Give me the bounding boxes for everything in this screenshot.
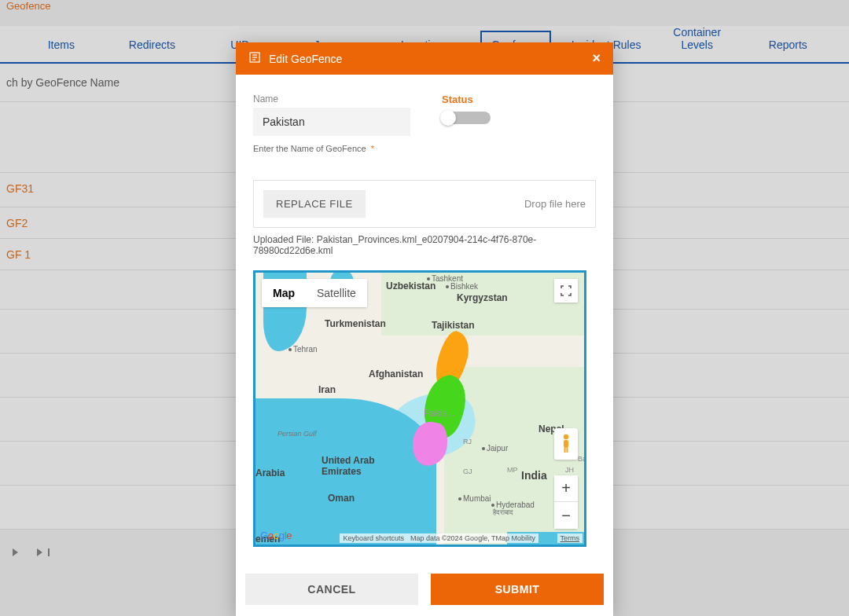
drop-hint: Drop file here — [366, 198, 586, 210]
map-data-attribution: Map data ©2024 Google, TMap Mobility — [407, 534, 538, 543]
name-label: Name — [253, 94, 410, 104]
svg-point-4 — [564, 434, 568, 439]
map-city: Bishkek — [446, 282, 478, 291]
svg-rect-6 — [564, 448, 566, 453]
map-label: Arabia — [255, 468, 285, 478]
map-label: Tajikistan — [432, 320, 474, 331]
map[interactable]: Uzbekistan Kyrgyzstan Turkmenistan Tajik… — [253, 270, 586, 547]
map-label: RJ — [463, 438, 472, 446]
map-label: Pakis... — [424, 408, 454, 419]
edit-icon — [248, 51, 261, 67]
edit-geofence-modal: Edit GeoFence × Name Enter the Name of G… — [236, 42, 613, 616]
map-label: Oman — [328, 493, 355, 504]
map-type-control: Map Satellite — [262, 279, 367, 307]
keyboard-shortcuts-link[interactable]: Keyboard shortcuts — [340, 534, 407, 543]
replace-file-button[interactable]: REPLACE FILE — [263, 190, 366, 218]
zoom-control: + − — [554, 475, 578, 529]
map-label: Ba — [578, 455, 586, 463]
zoom-in-button[interactable]: + — [554, 475, 578, 502]
map-label: MP — [507, 466, 518, 474]
name-input[interactable] — [253, 108, 410, 136]
map-type-satellite[interactable]: Satellite — [306, 279, 367, 307]
map-label: Iran — [318, 384, 336, 395]
map-label: JH — [565, 466, 574, 474]
map-label: United Arab Emirates — [322, 455, 375, 477]
file-dropzone[interactable]: REPLACE FILE Drop file here — [253, 180, 596, 228]
map-label: Persian Gulf — [277, 430, 317, 438]
map-label: Turkmenistan — [325, 318, 386, 329]
map-type-map[interactable]: Map — [262, 279, 306, 307]
map-label: हैदराबाद — [493, 508, 513, 517]
modal-overlay: Edit GeoFence × Name Enter the Name of G… — [0, 0, 849, 616]
cancel-button[interactable]: CANCEL — [245, 574, 418, 605]
status-toggle[interactable] — [442, 112, 491, 124]
map-label: Kyrgyzstan — [457, 292, 508, 303]
close-icon[interactable]: × — [592, 50, 601, 67]
map-label: GJ — [463, 468, 472, 475]
zoom-out-button[interactable]: − — [554, 502, 578, 529]
modal-title: Edit GeoFence — [269, 53, 592, 65]
google-logo: Google — [260, 530, 292, 541]
name-helper: Enter the Name of GeoFence — [253, 144, 366, 153]
map-city: Mumbai — [458, 494, 491, 503]
required-marker: * — [369, 144, 374, 153]
svg-rect-7 — [567, 448, 568, 453]
map-city: Tehran — [289, 345, 318, 354]
map-city: Jaipur — [482, 444, 508, 453]
map-label: Afghanistan — [369, 368, 423, 380]
terms-link[interactable]: Terms — [557, 534, 583, 543]
submit-button[interactable]: SUBMIT — [431, 574, 604, 605]
fullscreen-button[interactable] — [554, 279, 578, 302]
svg-rect-5 — [564, 440, 568, 448]
pegman-icon[interactable] — [554, 428, 578, 460]
status-label: Status — [442, 94, 596, 105]
map-label: India — [521, 469, 547, 482]
uploaded-file-prefix: Uploaded File: — [253, 234, 317, 245]
